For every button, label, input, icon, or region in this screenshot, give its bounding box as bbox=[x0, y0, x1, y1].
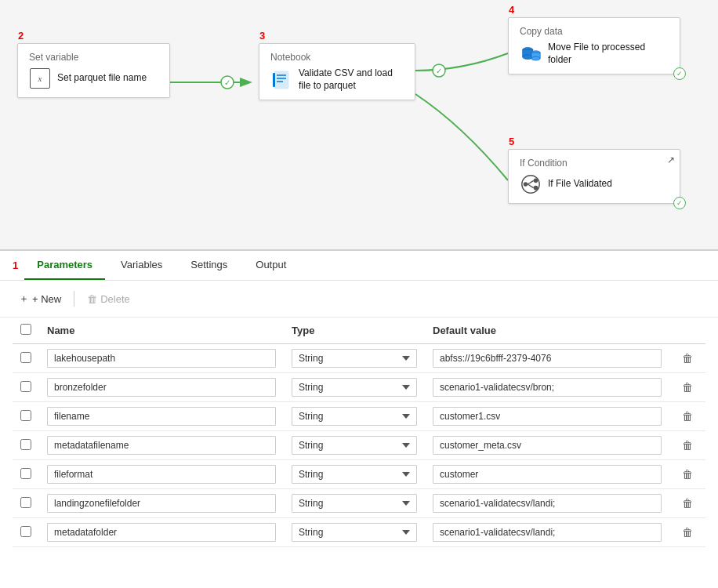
parameters-table-wrapper: Name Type Default value StringIntBoolFlo… bbox=[0, 318, 718, 547]
table-row: StringIntBoolFloatArrayObjectSecureStrin… bbox=[13, 402, 705, 431]
table-row: StringIntBoolFloatArrayObjectSecureStrin… bbox=[13, 373, 705, 402]
name-input-0[interactable] bbox=[47, 349, 276, 368]
name-input-5[interactable] bbox=[47, 494, 276, 513]
type-select-6[interactable]: StringIntBoolFloatArrayObjectSecureStrin… bbox=[292, 523, 417, 542]
default-value-input-0[interactable] bbox=[433, 349, 662, 368]
node-title-set-variable: Set variable bbox=[29, 52, 158, 63]
name-input-2[interactable] bbox=[47, 407, 276, 426]
node-title-if-condition: If Condition bbox=[520, 158, 669, 169]
name-input-4[interactable] bbox=[47, 465, 276, 484]
node-title-copy-data: Copy data bbox=[520, 26, 669, 37]
tab-section-number: 1 bbox=[13, 260, 18, 271]
header-name: Name bbox=[39, 318, 284, 344]
parameters-table: Name Type Default value StringIntBoolFlo… bbox=[13, 318, 705, 547]
node-number-3: 3 bbox=[259, 30, 265, 42]
delete-row-button-5[interactable]: 🗑 bbox=[677, 495, 698, 511]
type-select-3[interactable]: StringIntBoolFloatArrayObjectSecureStrin… bbox=[292, 436, 417, 455]
tab-output[interactable]: Output bbox=[243, 251, 299, 280]
svg-point-18 bbox=[534, 179, 538, 183]
parameters-toolbar: ＋ + New 🗑 Delete bbox=[0, 281, 718, 318]
svg-point-3 bbox=[433, 64, 445, 77]
type-select-4[interactable]: StringIntBoolFloatArrayObjectSecureStrin… bbox=[292, 465, 417, 484]
row-checkbox-6[interactable] bbox=[20, 526, 31, 537]
delete-row-button-3[interactable]: 🗑 bbox=[677, 437, 698, 453]
header-checkbox-cell bbox=[13, 318, 39, 344]
node-label-set-variable: Set parquet file name bbox=[57, 72, 147, 85]
check-badge-if-condition: ✓ bbox=[673, 197, 686, 209]
select-all-checkbox[interactable] bbox=[20, 324, 31, 335]
svg-point-1 bbox=[221, 76, 234, 89]
node-number-4: 4 bbox=[509, 4, 514, 16]
tabs-header: 1 Parameters Variables Settings Output bbox=[0, 251, 718, 281]
table-row: StringIntBoolFloatArrayObjectSecureStrin… bbox=[13, 518, 705, 547]
pipeline-canvas: ✓ ✓ 2 Set variable x Set parquet file na… bbox=[0, 0, 718, 251]
node-label-if-condition: If File Validated bbox=[548, 178, 612, 191]
name-input-1[interactable] bbox=[47, 378, 276, 397]
node-copy-data[interactable]: 4 Copy data Move File to processed folde… bbox=[508, 17, 680, 74]
default-value-input-5[interactable] bbox=[433, 494, 662, 513]
row-checkbox-1[interactable] bbox=[20, 381, 31, 392]
default-value-input-1[interactable] bbox=[433, 378, 662, 397]
notebook-icon bbox=[270, 69, 292, 91]
default-value-input-2[interactable] bbox=[433, 407, 662, 426]
table-row: StringIntBoolFloatArrayObjectSecureStrin… bbox=[13, 431, 705, 460]
node-label-notebook: Validate CSV and load file to parquet bbox=[299, 67, 404, 92]
type-select-2[interactable]: StringIntBoolFloatArrayObjectSecureStrin… bbox=[292, 407, 417, 426]
default-value-input-3[interactable] bbox=[433, 436, 662, 455]
type-select-0[interactable]: StringIntBoolFloatArrayObjectSecureStrin… bbox=[292, 349, 417, 368]
type-select-1[interactable]: StringIntBoolFloatArrayObjectSecureStrin… bbox=[292, 378, 417, 397]
delete-row-button-0[interactable]: 🗑 bbox=[677, 350, 698, 366]
delete-label: Delete bbox=[100, 293, 130, 305]
node-if-condition[interactable]: 5 If Condition If File Validated ✓ ↗ bbox=[508, 149, 680, 204]
new-button[interactable]: ＋ + New bbox=[13, 289, 67, 309]
table-row: StringIntBoolFloatArrayObjectSecureStrin… bbox=[13, 344, 705, 373]
node-label-copy-data: Move File to processed folder bbox=[548, 42, 669, 66]
delete-row-button-4[interactable]: 🗑 bbox=[677, 466, 698, 482]
svg-rect-9 bbox=[273, 73, 275, 87]
header-type: Type bbox=[284, 318, 425, 344]
node-number-5: 5 bbox=[509, 136, 514, 147]
svg-rect-5 bbox=[274, 71, 288, 89]
node-set-variable[interactable]: 2 Set variable x Set parquet file name bbox=[17, 43, 170, 98]
toolbar-divider bbox=[74, 291, 74, 307]
svg-line-21 bbox=[528, 184, 533, 188]
row-checkbox-0[interactable] bbox=[20, 352, 31, 363]
node-notebook[interactable]: 3 Notebook Validate CSV and load file to… bbox=[259, 43, 415, 100]
table-header-row: Name Type Default value bbox=[13, 318, 705, 344]
expand-icon[interactable]: ↗ bbox=[667, 154, 675, 165]
node-number-2: 2 bbox=[18, 30, 24, 42]
row-checkbox-3[interactable] bbox=[20, 439, 31, 450]
new-label: + New bbox=[32, 293, 61, 305]
tab-parameters[interactable]: Parameters bbox=[24, 251, 105, 280]
svg-point-15 bbox=[531, 56, 540, 60]
row-checkbox-5[interactable] bbox=[20, 497, 31, 508]
default-value-input-6[interactable] bbox=[433, 523, 662, 542]
header-actions bbox=[669, 318, 705, 344]
svg-point-19 bbox=[534, 186, 538, 191]
delete-button[interactable]: 🗑 Delete bbox=[81, 290, 136, 308]
delete-icon: 🗑 bbox=[87, 293, 97, 305]
delete-row-button-2[interactable]: 🗑 bbox=[677, 408, 698, 424]
tabs-area: 1 Parameters Variables Settings Output ＋… bbox=[0, 251, 718, 547]
delete-row-button-6[interactable]: 🗑 bbox=[677, 524, 698, 540]
tab-settings[interactable]: Settings bbox=[178, 251, 240, 280]
table-row: StringIntBoolFloatArrayObjectSecureStrin… bbox=[13, 460, 705, 489]
delete-row-button-1[interactable]: 🗑 bbox=[677, 379, 698, 395]
node-title-notebook: Notebook bbox=[270, 52, 404, 63]
header-default-value: Default value bbox=[425, 318, 669, 344]
default-value-input-4[interactable] bbox=[433, 465, 662, 484]
type-select-5[interactable]: StringIntBoolFloatArrayObjectSecureStrin… bbox=[292, 494, 417, 513]
svg-line-20 bbox=[528, 180, 533, 184]
tab-variables[interactable]: Variables bbox=[108, 251, 175, 280]
variable-icon: x bbox=[29, 67, 51, 89]
name-input-6[interactable] bbox=[47, 523, 276, 542]
row-checkbox-4[interactable] bbox=[20, 468, 31, 479]
check-badge-copy-data: ✓ bbox=[673, 67, 686, 80]
plus-icon: ＋ bbox=[19, 292, 29, 306]
name-input-3[interactable] bbox=[47, 436, 276, 455]
if-condition-icon bbox=[520, 173, 542, 195]
copy-data-icon bbox=[520, 43, 542, 65]
row-checkbox-2[interactable] bbox=[20, 410, 31, 421]
svg-point-17 bbox=[524, 182, 528, 187]
svg-text:✓: ✓ bbox=[224, 78, 230, 87]
